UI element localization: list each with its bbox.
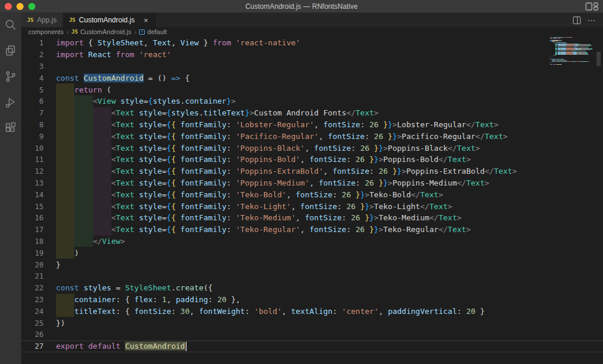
run-and-debug-icon[interactable] bbox=[4, 95, 18, 110]
code-content[interactable]: } bbox=[56, 259, 603, 270]
line-number[interactable]: 13 bbox=[21, 178, 52, 187]
code-content[interactable] bbox=[56, 270, 603, 282]
scrollbar-slider[interactable] bbox=[597, 52, 601, 66]
code-content[interactable]: <Text style={{ fontFamily: 'Teko-Regular… bbox=[56, 224, 603, 236]
line-number[interactable]: 10 bbox=[21, 144, 52, 153]
source-control-icon[interactable] bbox=[4, 70, 18, 84]
code-line[interactable]: 2import React from 'react' bbox=[21, 49, 603, 61]
code-line[interactable]: 22const styles = StyleSheet.create({ bbox=[21, 282, 603, 294]
line-number[interactable]: 5 bbox=[21, 85, 52, 94]
line-number[interactable]: 1 bbox=[21, 38, 52, 47]
code-content[interactable]: container: { flex: 1, padding: 20 }, bbox=[56, 294, 603, 306]
line-number[interactable]: 2 bbox=[21, 50, 52, 59]
breadcrumb-item-default[interactable]: default bbox=[139, 28, 167, 35]
line-number[interactable]: 23 bbox=[21, 295, 52, 304]
line-number[interactable]: 7 bbox=[21, 108, 52, 117]
code-line[interactable]: 16 <Text style={{ fontFamily: 'Teko-Medi… bbox=[21, 212, 603, 224]
code-line[interactable]: 21 bbox=[21, 270, 603, 282]
more-actions-icon[interactable]: ⋯ bbox=[588, 16, 596, 25]
line-number[interactable]: 20 bbox=[21, 260, 52, 269]
code-line[interactable]: 27export default CustomAndroid bbox=[21, 340, 603, 352]
line-number[interactable]: 11 bbox=[21, 155, 52, 164]
line-number[interactable]: 17 bbox=[21, 225, 52, 234]
code-content[interactable]: <Text style={{ fontFamily: 'Poppins-Extr… bbox=[56, 166, 603, 177]
tab-App.js[interactable]: JSApp.js bbox=[21, 13, 63, 27]
line-number[interactable]: 24 bbox=[21, 307, 52, 316]
code-line[interactable]: 1import { StyleSheet, Text, View } from … bbox=[21, 37, 603, 49]
code-content[interactable]: titleText: { fontSize: 30, fontWeight: '… bbox=[56, 305, 603, 317]
extensions-icon[interactable] bbox=[4, 121, 18, 135]
code-content[interactable]: return ( bbox=[56, 84, 603, 95]
code-content[interactable]: <Text style={{ fontFamily: 'Poppins-Blac… bbox=[56, 142, 603, 154]
code-line[interactable]: 9 <Text style={{ fontFamily: 'Pacifico-R… bbox=[21, 130, 603, 142]
code-line[interactable]: 13 <Text style={{ fontFamily: 'Poppins-M… bbox=[21, 177, 603, 189]
line-number[interactable]: 14 bbox=[21, 190, 52, 199]
code-line[interactable]: 19 ) bbox=[21, 247, 603, 259]
code-content[interactable]: <Text style={{ fontFamily: 'Teko-Light',… bbox=[56, 200, 603, 212]
code-line[interactable]: 23 container: { flex: 1, padding: 20 }, bbox=[21, 294, 603, 306]
code-line[interactable]: 24 titleText: { fontSize: 30, fontWeight… bbox=[21, 305, 603, 317]
line-number[interactable]: 26 bbox=[21, 330, 52, 339]
code-line[interactable]: 18 </View> bbox=[21, 236, 603, 247]
line-number[interactable]: 21 bbox=[21, 272, 52, 280]
code-content[interactable]: <Text style={{ fontFamily: 'Poppins-Bold… bbox=[56, 154, 603, 166]
code-line[interactable]: 20} bbox=[21, 259, 603, 270]
line-number[interactable]: 22 bbox=[21, 283, 52, 292]
breadcrumb-item-CustomAndroid.js[interactable]: JSCustomAndroid.js bbox=[71, 28, 131, 35]
line-number[interactable]: 15 bbox=[21, 202, 52, 211]
breadcrumb-item-components[interactable]: components bbox=[28, 28, 64, 35]
code-content[interactable]: <Text style={{ fontFamily: 'Teko-Bold', … bbox=[56, 188, 603, 200]
code-line[interactable]: 6 <View style={styles.container}> bbox=[21, 95, 603, 107]
code-content[interactable]: }) bbox=[56, 317, 603, 329]
line-number[interactable]: 12 bbox=[21, 167, 52, 176]
line-number[interactable]: 8 bbox=[21, 120, 52, 129]
layout-controls-icon[interactable] bbox=[585, 2, 598, 11]
code-line[interactable]: 26 bbox=[21, 329, 603, 340]
code-content[interactable]: import React from 'react' bbox=[56, 49, 603, 61]
code-line[interactable]: 14 <Text style={{ fontFamily: 'Teko-Bold… bbox=[21, 188, 603, 200]
code-line[interactable]: 5 return ( bbox=[21, 84, 603, 95]
code-content[interactable]: <Text style={{ fontFamily: 'Teko-Medium'… bbox=[56, 212, 603, 224]
search-icon[interactable] bbox=[4, 18, 18, 32]
code-line[interactable]: 8 <Text style={{ fontFamily: 'Lobster-Re… bbox=[21, 119, 603, 131]
code-line[interactable]: 15 <Text style={{ fontFamily: 'Teko-Ligh… bbox=[21, 200, 603, 212]
code-editor[interactable]: 1import { StyleSheet, Text, View } from … bbox=[21, 37, 603, 364]
close-tab-icon[interactable]: × bbox=[142, 16, 150, 24]
code-content[interactable]: <Text style={{ fontFamily: 'Poppins-Medi… bbox=[56, 177, 603, 189]
code-content[interactable]: <Text style={{ fontFamily: 'Pacifico-Reg… bbox=[56, 130, 603, 142]
code-content[interactable]: const CustomAndroid = () => { bbox=[56, 72, 603, 84]
minimap[interactable] bbox=[550, 37, 594, 65]
code-line[interactable]: 11 <Text style={{ fontFamily: 'Poppins-B… bbox=[21, 154, 603, 166]
code-content[interactable]: ) bbox=[56, 247, 603, 259]
line-number[interactable]: 27 bbox=[21, 342, 52, 350]
code-line[interactable]: 7 <Text style={styles.titleText}>Custom … bbox=[21, 107, 603, 119]
line-number[interactable]: 19 bbox=[21, 249, 52, 257]
code-content[interactable]: import { StyleSheet, Text, View } from '… bbox=[56, 37, 603, 49]
tab-CustomAndroid.js[interactable]: JSCustomAndroid.js× bbox=[63, 13, 157, 27]
code-content[interactable]: <Text style={{ fontFamily: 'Lobster-Regu… bbox=[56, 119, 603, 131]
code-content[interactable] bbox=[56, 61, 603, 72]
code-line[interactable]: 12 <Text style={{ fontFamily: 'Poppins-E… bbox=[21, 166, 603, 177]
line-number[interactable]: 3 bbox=[21, 62, 52, 71]
code-line[interactable]: 3 bbox=[21, 61, 603, 72]
line-number[interactable]: 25 bbox=[21, 319, 52, 327]
code-content[interactable]: const styles = StyleSheet.create({ bbox=[56, 282, 603, 294]
code-content[interactable]: export default CustomAndroid bbox=[56, 340, 603, 352]
code-line[interactable]: 4const CustomAndroid = () => { bbox=[21, 72, 603, 84]
code-line[interactable]: 25}) bbox=[21, 317, 603, 329]
line-number[interactable]: 18 bbox=[21, 237, 52, 246]
explorer-copy-icon[interactable] bbox=[4, 44, 18, 58]
line-number[interactable]: 16 bbox=[21, 213, 52, 222]
zoom-window-button[interactable] bbox=[28, 3, 35, 10]
code-content[interactable] bbox=[56, 329, 603, 340]
line-number[interactable]: 4 bbox=[21, 74, 52, 82]
minimize-window-button[interactable] bbox=[16, 3, 24, 10]
code-content[interactable]: <View style={styles.container}> bbox=[56, 95, 603, 107]
code-content[interactable]: <Text style={styles.titleText}>Custom An… bbox=[56, 107, 603, 119]
split-editor-icon[interactable] bbox=[573, 16, 581, 24]
code-line[interactable]: 10 <Text style={{ fontFamily: 'Poppins-B… bbox=[21, 142, 603, 154]
code-content[interactable]: </View> bbox=[56, 236, 603, 247]
line-number[interactable]: 6 bbox=[21, 97, 52, 105]
close-window-button[interactable] bbox=[5, 3, 12, 10]
line-number[interactable]: 9 bbox=[21, 132, 52, 141]
